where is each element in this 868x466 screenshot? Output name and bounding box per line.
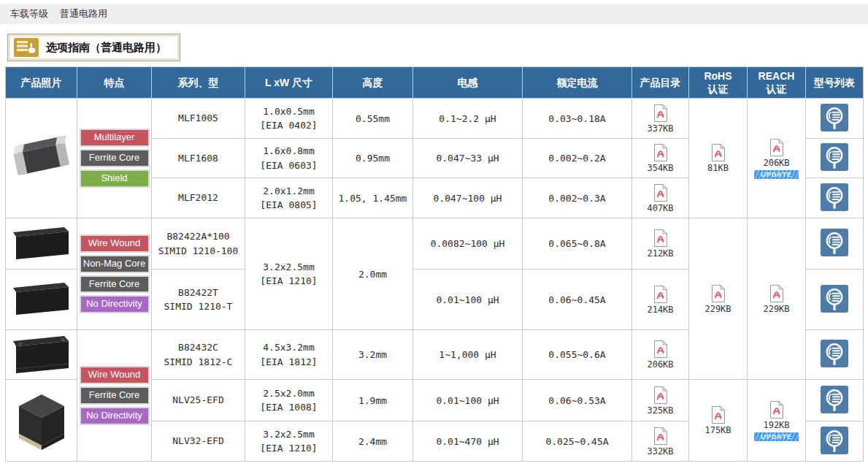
size-cell: 1.0x0.5mm[EIA 0402] bbox=[245, 99, 333, 139]
pdf-icon bbox=[653, 183, 669, 202]
product-photo-nlv-inductor bbox=[10, 383, 73, 459]
product-photo-cell bbox=[6, 270, 77, 330]
height-cell: 3.2mm bbox=[333, 330, 413, 380]
current-cell: 0.025~0.45A bbox=[523, 421, 632, 462]
col-header-height: 高度 bbox=[333, 67, 413, 99]
reach-pdf-link[interactable]: 192KB UPDATE bbox=[754, 400, 798, 441]
model-list-button[interactable] bbox=[821, 143, 848, 171]
catalog-cell: 337KB bbox=[632, 99, 689, 139]
feature-badge: Wire Wound bbox=[80, 234, 150, 253]
inductance-cell: 0.01~100 μH bbox=[413, 380, 523, 421]
series-cell: NLV25-EFD bbox=[152, 380, 245, 421]
magnifier-list-icon bbox=[821, 386, 848, 413]
magnifier-list-icon bbox=[821, 183, 848, 211]
col-header-lxw-size: L xW 尺寸 bbox=[245, 67, 333, 99]
selection-guide-icon bbox=[14, 38, 39, 57]
model-list-button[interactable] bbox=[821, 104, 848, 131]
magnifier-list-icon bbox=[821, 143, 848, 171]
size-cell: 2.5x2.0mm[EIA 1008] bbox=[245, 380, 333, 421]
inductance-cell: 0.01~100 μH bbox=[413, 270, 523, 330]
reach-pdf-link[interactable]: 229KB bbox=[763, 284, 789, 314]
product-photo-block-inductor bbox=[10, 279, 73, 320]
feature-badge: Ferrite Core bbox=[80, 386, 150, 405]
model-list-button[interactable] bbox=[821, 427, 848, 454]
pdf-icon bbox=[653, 229, 669, 248]
catalog-pdf-link[interactable]: 206KB bbox=[647, 340, 673, 370]
pdf-icon bbox=[653, 285, 669, 304]
inductance-cell: 1~1,000 μH bbox=[413, 330, 523, 380]
reach-pdf-link[interactable]: 206KB UPDATE bbox=[754, 138, 798, 179]
catalog-pdf-link[interactable]: 332KB bbox=[647, 427, 673, 457]
current-cell: 0.065~0.8A bbox=[523, 218, 632, 270]
selection-guide-banner[interactable]: 选项指南（普通电路用） bbox=[7, 34, 180, 61]
features-cell: Multilayer Ferrite Core Shield bbox=[77, 99, 152, 218]
rohs-cell: 81KB bbox=[689, 99, 748, 218]
model-list-cell bbox=[806, 139, 864, 178]
col-header-product-photo: 产品照片 bbox=[6, 67, 77, 99]
magnifier-list-icon bbox=[821, 340, 848, 367]
magnifier-list-icon bbox=[821, 427, 848, 454]
model-list-button[interactable] bbox=[821, 285, 848, 313]
table-header-row: 产品照片 特点 系列、型 L xW 尺寸 高度 电感 额定电流 产品目录 RoH… bbox=[6, 67, 864, 99]
feature-badge: Non-Mag Core bbox=[80, 255, 150, 273]
product-photo-mlf-chip bbox=[9, 107, 74, 210]
height-cell: 2.0mm bbox=[333, 218, 413, 330]
model-list-button[interactable] bbox=[821, 340, 848, 367]
feature-badge: Shield bbox=[80, 169, 150, 188]
feature-badge: Wire Wound bbox=[80, 366, 150, 384]
features-cell: Wire Wound Ferrite Core No Directivity bbox=[77, 330, 152, 462]
height-cell: 1.05, 1.45mm bbox=[333, 178, 413, 218]
catalog-cell: 354KB bbox=[632, 139, 689, 178]
catalog-pdf-link[interactable]: 337KB bbox=[647, 104, 673, 134]
model-list-button[interactable] bbox=[821, 229, 848, 256]
model-list-cell bbox=[806, 421, 864, 462]
model-list-button[interactable] bbox=[821, 183, 848, 211]
reach-cell: 192KB UPDATE bbox=[748, 380, 806, 462]
tab-automotive-grade[interactable]: 车载等级 bbox=[10, 7, 48, 20]
pdf-icon bbox=[653, 427, 669, 446]
update-badge: UPDATE bbox=[754, 170, 798, 179]
features-cell: Wire Wound Non-Mag Core Ferrite Core No … bbox=[77, 218, 152, 330]
catalog-pdf-link[interactable]: 325KB bbox=[647, 386, 673, 416]
catalog-pdf-link[interactable]: 354KB bbox=[647, 143, 673, 173]
rohs-pdf-link[interactable]: 175KB bbox=[704, 405, 731, 435]
model-list-button[interactable] bbox=[821, 386, 848, 413]
product-photo-cell bbox=[6, 380, 77, 462]
pdf-icon bbox=[710, 143, 726, 162]
catalog-pdf-link[interactable]: 407KB bbox=[647, 183, 673, 213]
model-list-cell bbox=[806, 270, 864, 330]
product-photo-cell bbox=[6, 99, 77, 218]
size-cell: 2.0x1.2mm[EIA 0805] bbox=[245, 178, 333, 218]
tab-general-circuit[interactable]: 普通电路用 bbox=[60, 7, 107, 20]
catalog-pdf-link[interactable]: 214KB bbox=[647, 285, 673, 315]
reach-cell: 229KB bbox=[748, 218, 806, 380]
series-cell: MLF2012 bbox=[152, 178, 245, 218]
pdf-icon bbox=[653, 386, 669, 405]
pdf-icon bbox=[710, 284, 726, 303]
size-cell: 3.2x2.5mm[EIA 1210] bbox=[245, 421, 333, 462]
catalog-cell: 325KB bbox=[632, 380, 689, 421]
catalog-cell: 407KB bbox=[632, 178, 689, 218]
inductance-cell: 0.047~33 μH bbox=[413, 139, 523, 178]
catalog-pdf-link[interactable]: 212KB bbox=[647, 229, 673, 259]
col-header-rohs: RoHS认证 bbox=[689, 67, 748, 99]
pdf-icon bbox=[653, 143, 669, 162]
col-header-inductance: 电感 bbox=[413, 67, 523, 99]
height-cell: 0.55mm bbox=[333, 99, 413, 139]
current-cell: 0.055~0.6A bbox=[523, 330, 632, 380]
model-list-cell bbox=[806, 178, 864, 218]
rohs-pdf-link[interactable]: 81KB bbox=[707, 143, 729, 173]
rohs-pdf-link[interactable]: 229KB bbox=[704, 284, 731, 314]
model-list-cell bbox=[806, 99, 864, 139]
magnifier-list-icon bbox=[821, 104, 848, 131]
magnifier-list-icon bbox=[821, 285, 848, 313]
pdf-icon bbox=[769, 400, 785, 419]
banner-title: 选项指南（普通电路用） bbox=[46, 41, 166, 55]
product-selection-table: 产品照片 特点 系列、型 L xW 尺寸 高度 电感 额定电流 产品目录 RoH… bbox=[5, 66, 864, 462]
series-cell: B82422A*100SIMID 1210-100 bbox=[152, 218, 245, 270]
current-cell: 0.03~0.18A bbox=[523, 99, 632, 139]
pdf-icon bbox=[653, 104, 669, 123]
series-cell: B82432CSIMID 1812-C bbox=[152, 330, 245, 380]
current-cell: 0.002~0.3A bbox=[523, 178, 632, 218]
model-list-cell bbox=[806, 330, 864, 380]
